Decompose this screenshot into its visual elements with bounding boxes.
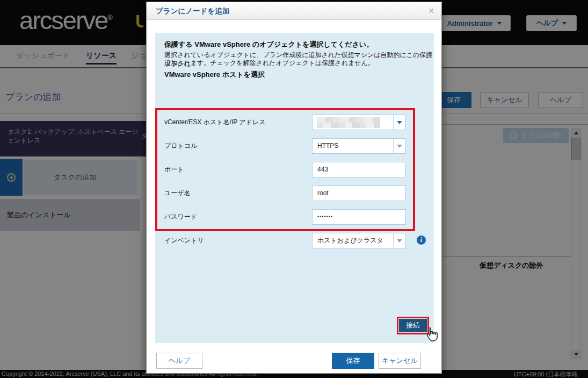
info-icon[interactable]: i bbox=[417, 236, 426, 245]
inventory-value: ホストおよびクラスタ bbox=[317, 233, 391, 248]
protocol-combobox[interactable]: HTTPS bbox=[312, 138, 406, 154]
section-heading: VMware vSphere ホストを選択 bbox=[164, 70, 265, 80]
username-input[interactable]: root bbox=[312, 186, 406, 201]
dropdown-arrow-button[interactable] bbox=[393, 233, 405, 248]
dropdown-arrow-button[interactable] bbox=[393, 139, 405, 153]
host-field-label: vCenter/ESX ホスト名/IP アドレス bbox=[164, 115, 309, 130]
add-node-dialog: プランにノードを追加 ✕ 保護する VMware vSphere のオブジェクト… bbox=[146, 2, 442, 374]
dropdown-arrow-button[interactable] bbox=[393, 115, 405, 130]
intro-heading: 保護する VMware vSphere のオブジェクトを選択してください。 bbox=[164, 40, 373, 49]
intro-line-2: 追加されます。チェックを解除されたオブジェクトは保護されません。 bbox=[164, 59, 374, 68]
dialog-title: プランにノードを追加 bbox=[156, 6, 229, 16]
triangle-down-icon bbox=[397, 121, 402, 124]
triangle-down-icon bbox=[397, 145, 402, 148]
port-input[interactable]: 443 bbox=[312, 162, 406, 177]
protocol-value: HTTPS bbox=[317, 139, 391, 153]
inventory-field-label: インベントリ bbox=[164, 233, 309, 248]
protocol-field-label: プロトコル bbox=[164, 138, 309, 154]
host-combobox[interactable] bbox=[312, 115, 406, 130]
inventory-combobox[interactable]: ホストおよびクラスタ bbox=[312, 233, 406, 248]
dialog-save-button[interactable]: 保存 bbox=[332, 353, 374, 369]
port-field-label: ポート bbox=[164, 162, 309, 177]
password-value: ••••••• bbox=[317, 210, 333, 224]
close-icon[interactable]: ✕ bbox=[426, 6, 436, 16]
username-value: root bbox=[317, 186, 329, 201]
connect-button[interactable]: 接続 bbox=[399, 319, 427, 332]
masked-value bbox=[317, 117, 380, 128]
triangle-down-icon bbox=[397, 239, 402, 243]
dialog-cancel-button[interactable]: キャンセル bbox=[379, 353, 421, 369]
username-field-label: ユーザ名 bbox=[164, 186, 309, 201]
password-input[interactable]: ••••••• bbox=[312, 209, 406, 225]
dialog-header: プランにノードを追加 ✕ bbox=[147, 2, 441, 20]
password-field-label: パスワード bbox=[164, 209, 309, 225]
port-value: 443 bbox=[317, 162, 328, 177]
dialog-body-panel: 保護する VMware vSphere のオブジェクトを選択してください。 選択… bbox=[155, 33, 434, 343]
hand-cursor-icon bbox=[424, 325, 440, 344]
dialog-help-button[interactable]: ヘルプ bbox=[156, 353, 202, 369]
